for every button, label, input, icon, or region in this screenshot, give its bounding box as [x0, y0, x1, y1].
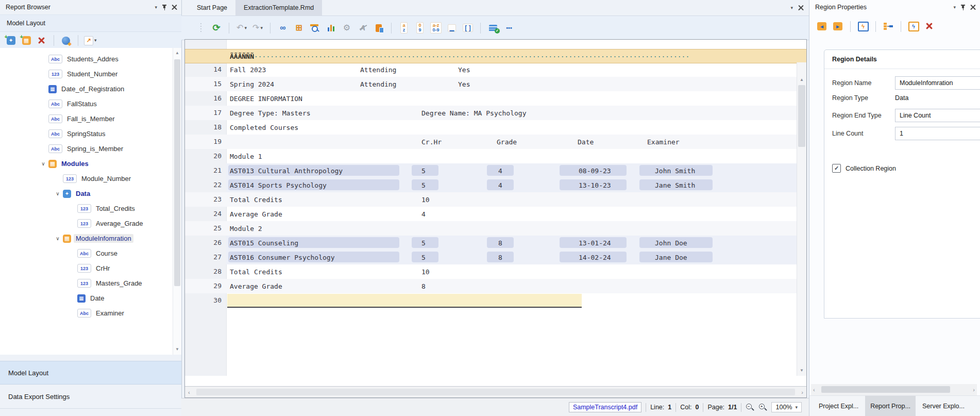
close-document-icon[interactable] [798, 5, 804, 11]
tree-item-students-addres[interactable]: AbcStudents_Addres [0, 52, 181, 66]
sidebar-item-data-export-settings[interactable]: Data Export Settings [0, 385, 181, 409]
tab-list-caret-icon[interactable]: ▾ [790, 6, 793, 10]
editor-horizontal-scrollbar[interactable]: ‹ › [185, 386, 806, 397]
scroll-up-icon[interactable]: ▲ [797, 76, 806, 84]
editor-line-30[interactable]: 30 [185, 293, 797, 308]
panel-menu-caret-icon[interactable]: ▾ [953, 5, 956, 10]
report-file-link[interactable]: SampleTranscript4.pdf [569, 402, 641, 412]
editor-line-27[interactable]: 27AST016 Consumer Psychology5814-02-24Ja… [185, 250, 797, 264]
expand-chevron-icon[interactable]: ∨ [53, 236, 63, 241]
more-options-button[interactable]: ••• [503, 22, 515, 34]
mask-brackets-button[interactable]: [ ] [462, 22, 474, 34]
delete-region-button[interactable] [923, 20, 936, 32]
pin-icon[interactable] [960, 4, 966, 10]
zoom-level-dropdown[interactable]: 100%▾ [771, 402, 802, 412]
editor-line-24[interactable]: 24Average Grade4 [185, 207, 797, 221]
tab-server-explo-[interactable]: Server Explo... [917, 396, 970, 416]
tree-item-examiner[interactable]: AbcExaminer [0, 306, 181, 321]
editor-line-15[interactable]: 15Spring 2024AttendingYes [185, 77, 797, 91]
editor-line-18[interactable]: 18Completed Courses [185, 120, 797, 135]
auto-define-button[interactable]: ⊞ [293, 22, 305, 34]
add-table-button[interactable]: ▦+ [20, 35, 32, 47]
editor-line-20[interactable]: 20Module 1 [185, 149, 797, 163]
panel-menu-caret-icon[interactable]: ▾ [155, 5, 157, 10]
expand-chevron-icon[interactable]: ∨ [53, 191, 63, 196]
tree-item-date-of-registration[interactable]: ▦Date_of_Registration [0, 81, 181, 96]
editor-line-16[interactable]: 16DEGREE INFORMATION [185, 91, 797, 106]
editor-line-22[interactable]: 22AST014 Sports Psychology5413-10-23Jane… [185, 178, 797, 192]
tree-item-fall-is-member[interactable]: AbcFall_is_Member [0, 111, 181, 126]
delete-item-button[interactable] [36, 35, 48, 47]
database-button[interactable]: ◆ [60, 35, 72, 47]
region-name-input[interactable]: ModuleInfomration [895, 76, 980, 90]
scroll-down-icon[interactable]: ▼ [173, 345, 181, 354]
line-count-input[interactable]: 1 [895, 127, 980, 140]
font-button[interactable]: A [357, 22, 369, 34]
mask-alphanumeric-button[interactable]: a-z0-9 [430, 22, 442, 34]
add-template-button[interactable]: ✦+ [5, 35, 17, 47]
tab-report-prop-[interactable]: Report Prop... [865, 396, 916, 416]
sidebar-item-model-layout[interactable]: Model Layout [0, 361, 181, 385]
find-binoculars-button[interactable]: ∞ [277, 22, 289, 34]
header-region-button[interactable]: ϟ [907, 20, 920, 32]
editor-line-25[interactable]: 25Module 2 [185, 221, 797, 236]
editor-line-28[interactable]: 28Total Credits10 [185, 264, 797, 279]
pin-icon[interactable] [162, 4, 167, 10]
scroll-right-icon[interactable]: › [801, 387, 803, 397]
undo-button[interactable]: ↶▾ [235, 22, 248, 34]
next-region-button[interactable]: ► [832, 20, 844, 32]
process-settings-button[interactable]: ⚙ [341, 22, 353, 34]
tree-item-date[interactable]: ▦Date [0, 291, 181, 306]
search-report-button[interactable] [309, 22, 321, 34]
tree-item-modules[interactable]: ∨▦Modules [0, 156, 181, 171]
expand-chevron-icon[interactable]: ∨ [38, 161, 48, 167]
template-mask-ruler[interactable]: ÃÃÃÑÑÑ··································… [185, 49, 806, 63]
tree-item-spring-is-member[interactable]: AbcSpring_is_Member [0, 141, 181, 156]
tree-item-total-credits[interactable]: 123Total_Credits [0, 201, 181, 216]
editor-line-29[interactable]: 29Average Grade8 [185, 279, 797, 293]
tree-item-moduleinfomration[interactable]: ∨▦ModuleInfomration [0, 231, 181, 246]
refresh-button[interactable]: ⟳ [210, 22, 223, 34]
chart-button[interactable] [325, 22, 337, 34]
tree-item-course[interactable]: AbcCourse [0, 246, 181, 261]
table-verify-button[interactable]: ✓ [487, 22, 499, 34]
tree-item-springstatus[interactable]: AbcSpringStatus [0, 126, 181, 141]
tree-item-average-grade[interactable]: 123Average_Grade [0, 216, 181, 231]
close-icon[interactable] [970, 5, 976, 10]
tree-item-masters-grade[interactable]: 123Masters_Grade [0, 276, 181, 291]
document-export-button[interactable] [373, 22, 385, 34]
editor-line-19[interactable]: 19Cr.HrGradeDateExaminer [185, 135, 797, 149]
tree-item-crhr[interactable]: 123CrHr [0, 261, 181, 276]
scrollbar-thumb[interactable] [798, 85, 805, 147]
tab-project-expl-[interactable]: Project Expl... [814, 396, 864, 416]
region-action-button[interactable]: ϟ [857, 20, 869, 32]
editor-line-21[interactable]: 21AST013 Cultural Anthropology5408-09-23… [185, 163, 797, 178]
toolbar-grip[interactable] [200, 23, 202, 32]
region-end-type-input[interactable]: Line Count [895, 109, 980, 122]
editor-line-26[interactable]: 26AST015 Counseling5813-01-24John Doe [185, 236, 797, 250]
scrollbar-thumb[interactable] [196, 389, 795, 395]
scroll-left-icon[interactable]: ‹ [813, 384, 815, 395]
mask-space-button[interactable]: ▁ [446, 22, 458, 34]
panel-horizontal-scrollbar[interactable]: ‹ › [811, 384, 977, 395]
scroll-left-icon[interactable]: ‹ [188, 387, 190, 397]
tree-scrollbar[interactable]: ▲ ▼ [173, 48, 181, 355]
scrollbar-thumb[interactable] [174, 59, 180, 286]
collection-region-checkbox[interactable]: ✓ [832, 164, 841, 173]
tab-start-page[interactable]: Start Page [189, 0, 235, 15]
editor-line-17[interactable]: 17Degree Type: MastersDegree Name: MA Ps… [185, 106, 797, 120]
tree-item-fallstatus[interactable]: AbcFallStatus [0, 96, 181, 111]
scroll-down-icon[interactable]: ▼ [797, 367, 806, 375]
redo-button[interactable]: ↷▾ [251, 22, 264, 34]
scroll-right-icon[interactable]: › [973, 384, 975, 395]
region-structure-button[interactable] [882, 20, 894, 32]
close-icon[interactable] [172, 5, 177, 10]
mask-numbers-button[interactable]: 09 [414, 22, 426, 34]
previous-region-button[interactable]: ◄ [816, 20, 828, 32]
scrollbar-thumb[interactable] [821, 386, 950, 393]
zoom-in-icon[interactable]: + [758, 403, 767, 412]
zoom-out-icon[interactable]: − [746, 403, 754, 412]
editor-line-23[interactable]: 23Total Credits10 [185, 192, 797, 207]
scroll-up-icon[interactable]: ▲ [173, 49, 181, 57]
editor-line-14[interactable]: 14Fall 2023AttendingYes [185, 62, 797, 77]
